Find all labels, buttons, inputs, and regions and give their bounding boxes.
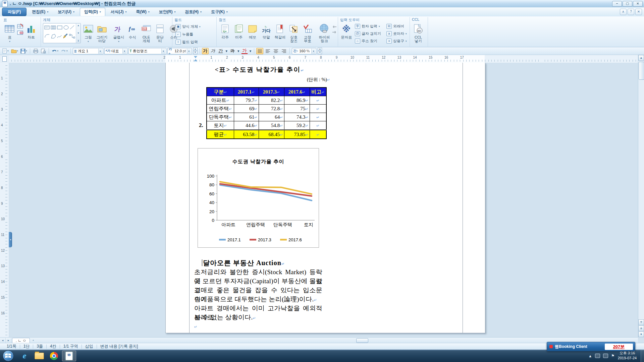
status-item-5[interactable]: 1/1 구역 [60, 344, 82, 349]
table-cell[interactable]: 72.8↵ [259, 105, 284, 113]
tab-scroll-right-icon[interactable]: ▸ [6, 338, 11, 343]
ribbon-item-proofreading[interactable]: 교정 부호 [301, 22, 314, 44]
status-item-3[interactable]: 3줄 [33, 344, 46, 349]
vertical-ruler[interactable]: 12345678910111213141516 [0, 63, 9, 337]
menu-item-9[interactable]: 도구(K)▾ [207, 8, 232, 16]
vertical-scrollbar[interactable]: ▲ ⇈ ⇊ ▼ [638, 55, 644, 337]
ribbon-item-endnote[interactable]: 미주 [232, 22, 245, 40]
table-cell[interactable]: 69↵ [234, 105, 259, 113]
hidden-icons-icon[interactable]: ▲ [588, 354, 592, 358]
table-cell[interactable]: 61↵ [234, 113, 259, 121]
underline-dropdown[interactable]: ▾ [225, 49, 228, 54]
side-panel-tab[interactable]: ◂ [9, 232, 12, 247]
ribbon-item-quick-text[interactable]: ≡상용구▾ [385, 38, 408, 44]
ribbon-item-cross-reference[interactable]: 상호 참조 [287, 22, 300, 44]
status-item-1[interactable]: 1/1쪽 [3, 344, 20, 349]
ribbon-item-click-here-field[interactable]: ⌐누름틀 [174, 32, 215, 37]
scroll-down-icon[interactable]: ▼ [638, 331, 644, 337]
open-button[interactable]: ▾ [10, 48, 19, 54]
align-right-button[interactable] [280, 48, 287, 54]
table-cell[interactable]: 79.7↵ [234, 96, 259, 105]
ribbon-item-form-object[interactable]: ▣양식 개체▾ [174, 24, 215, 29]
table-cell[interactable]: ↵ [310, 121, 326, 130]
close-document-button[interactable]: ✕ [635, 9, 642, 15]
table-row-label[interactable]: 아파트↵ [207, 96, 234, 105]
print-preview-button[interactable] [40, 48, 47, 54]
table-cell[interactable]: 73.85↵ [284, 130, 310, 139]
doc-unit-note[interactable]: (단위 : %)↵ [189, 77, 330, 83]
table-row-label[interactable]: 토지↵ [207, 121, 234, 130]
font-size-spinner[interactable]: ▲▼ [193, 48, 198, 54]
menu-item-5[interactable]: 서식(J)▾ [107, 8, 131, 16]
taskbar-explorer-icon[interactable] [33, 351, 46, 361]
font-color-dropdown[interactable]: ▾ [249, 49, 252, 54]
ribbon-item-wordart[interactable]: 가글맵시▾ [112, 22, 125, 44]
ribbon-item-address[interactable]: ⌂주소 찾기 [354, 38, 382, 44]
start-button[interactable] [3, 350, 14, 361]
scroll-up-icon[interactable]: ▲ [638, 55, 644, 61]
table-cell[interactable]: 63.58↵ [234, 130, 259, 139]
italic-button[interactable]: 가 [210, 48, 216, 54]
ribbon-item-bookmark[interactable]: 책갈피 [274, 22, 286, 40]
horizontal-scroll-thumb[interactable] [356, 338, 368, 343]
ribbon-item-ccl[interactable]: ccCCL 넣기 [412, 22, 425, 44]
line-spacing-combo[interactable]: 간↕160%▾ [292, 48, 316, 54]
status-item-6[interactable]: 삽입 [82, 344, 97, 349]
ribbon-item-hyperlink[interactable]: 하이퍼링크 [318, 22, 331, 44]
ribbon-item-romaja[interactable]: a로마자▾ [385, 31, 408, 37]
table-header-cell[interactable]: 2017.3↵ [259, 87, 284, 96]
horizontal-ruler[interactable]: 211234567891011121314151617 [9, 55, 638, 63]
volume-icon[interactable] [595, 354, 600, 358]
link-back-icon[interactable] [332, 25, 337, 28]
char-shape-combo[interactable]: ᴬ가대표▾ [104, 48, 127, 54]
table-cell[interactable]: 44.6↵ [234, 121, 259, 130]
ribbon-item-overlap[interactable]: ㉑글자 겹치기 [354, 31, 382, 37]
ribbon-item-memo[interactable]: 메모 [246, 22, 259, 40]
title-bar[interactable]: ᄒ . ㄴ ㅇ.hwp [C:₩Users₩Owner₩Desktop₩] - … [0, 0, 644, 8]
shapes-palette[interactable]: ▲▼⊻ [43, 23, 81, 43]
menu-item-6[interactable]: 쪽(W)▾ [132, 8, 153, 16]
add-tab-button[interactable]: + [31, 338, 36, 343]
minimize-button[interactable]: – [612, 1, 622, 7]
palette-up-icon[interactable]: ▲ [77, 24, 79, 26]
print-button[interactable] [32, 48, 39, 54]
menu-item-8[interactable]: 검토(H)▾ [181, 8, 206, 16]
tab-scroll-left-icon[interactable]: ◂ [0, 338, 6, 343]
table-cell[interactable]: 68.45↵ [259, 130, 284, 139]
ribbon-item-paragraph-band[interactable]: 문단 띠 [154, 22, 166, 44]
doc-table-title[interactable]: <표> 수도권 낙찰가율 추이↵ [189, 65, 330, 74]
empty-paragraph[interactable]: ↵ [194, 321, 322, 331]
ribbon-item-loanword[interactable]: 외외래어 [385, 23, 408, 29]
table-header-cell[interactable]: 구분↵ [207, 87, 234, 96]
menu-item-4[interactable]: 입력(D)▾ [80, 8, 105, 16]
ribbon-item-character-map[interactable]: ※문자표 [340, 22, 353, 40]
taskbar-chrome-icon[interactable] [47, 351, 61, 361]
ribbon-item-ole-object[interactable]: OLEOLE 개체 [140, 22, 153, 44]
status-item-4[interactable]: 4칸 [47, 344, 60, 349]
palette-down-icon[interactable]: ▼ [77, 32, 79, 34]
menu-item-1[interactable]: 파일(F) [2, 8, 26, 16]
taskbar-clock[interactable]: 오후 3:16 2019-07-24 [615, 351, 639, 361]
strike-button[interactable]: 과 [229, 48, 236, 54]
action-center-flag-icon[interactable]: ⚑ [611, 354, 614, 358]
ribbon-item-field-input[interactable]: I필드 입력 [174, 39, 215, 45]
table-header-cell[interactable]: 2017.1↵ [234, 87, 259, 96]
underline-button[interactable]: 간 [217, 48, 224, 54]
save-button[interactable]: ▾ [20, 48, 28, 54]
table-cell[interactable]: ↵ [310, 130, 326, 139]
close-button[interactable]: ✕ [633, 1, 643, 7]
redo-button[interactable]: ▾ [60, 49, 68, 54]
ribbon-item-hanja[interactable]: 字한자 입력▾ [354, 23, 382, 29]
maximize-button[interactable]: ▢ [623, 1, 632, 7]
document-page[interactable]: <표> 수도권 낙찰가율 추이↵ (단위 : %)↵ 구분↵2017.1↵201… [165, 63, 485, 333]
status-item-2[interactable]: 1단 [20, 344, 33, 349]
table-cell[interactable]: 74.3↵ [284, 113, 310, 121]
collapse-ribbon-button[interactable]: ∧ [620, 9, 627, 15]
status-item-7[interactable]: 변경 내용 [기록 중지] [97, 344, 142, 349]
auction-rate-table[interactable]: 구분↵2017.1↵2017.3↵2017.6↵비고↵아파트↵79.7↵82.2… [206, 87, 327, 139]
table-eraser-icon[interactable] [17, 30, 24, 35]
ribbon-item-footnote[interactable]: 1)=각주 [219, 22, 231, 40]
doc-heading[interactable]: 달아오른 부동산 Auction↵ [202, 258, 285, 267]
vertical-scroll-thumb[interactable] [639, 62, 644, 80]
taskbar-ie-icon[interactable]: e [18, 351, 31, 361]
